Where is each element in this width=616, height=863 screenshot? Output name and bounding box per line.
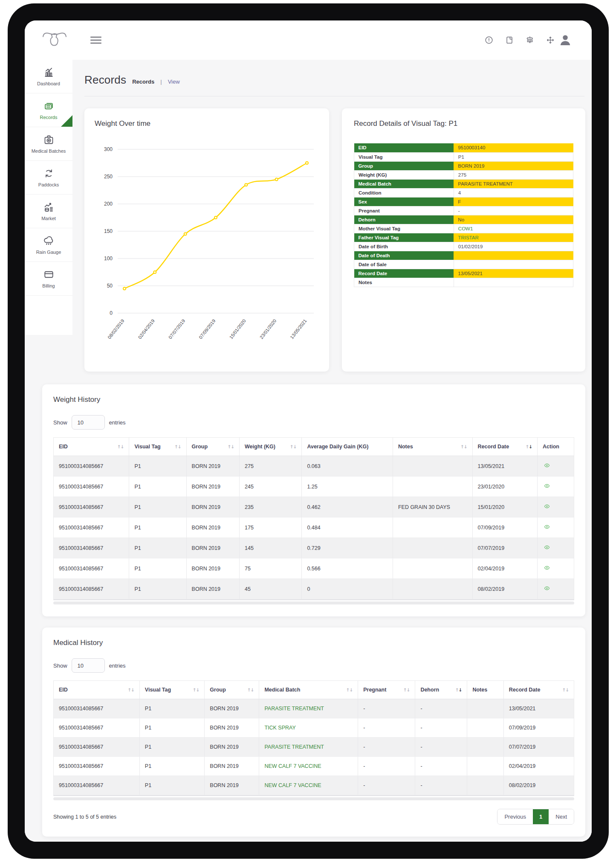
sidebar-item-paddocks[interactable]: Paddocks bbox=[25, 161, 72, 195]
column-header-visual-tag[interactable]: Visual Tag↑↓ bbox=[139, 681, 205, 699]
page-number-button[interactable]: 1 bbox=[533, 809, 549, 824]
medical-kit-icon bbox=[43, 134, 55, 145]
column-header-pregnant[interactable]: Pregnant↑↓ bbox=[358, 681, 415, 699]
previous-page-button[interactable]: Previous bbox=[497, 809, 533, 824]
eye-icon[interactable] bbox=[543, 483, 551, 489]
entries-summary: Showing 1 to 5 of 5 entries bbox=[53, 814, 116, 820]
eye-icon[interactable] bbox=[543, 565, 551, 571]
data-point-marker[interactable] bbox=[245, 183, 247, 186]
detail-label: Record Date bbox=[354, 269, 454, 278]
sidebar-item-dashboard[interactable]: Dashboard bbox=[25, 60, 72, 93]
medical-batch-link[interactable]: TICK SPRAY bbox=[264, 725, 295, 731]
sidebar-item-rain-gauge[interactable]: Rain Gauge bbox=[25, 228, 72, 262]
notebook-icon[interactable] bbox=[505, 35, 514, 45]
cell-record-date: 08/02/2019 bbox=[503, 776, 574, 795]
sort-arrows-icon: ↑↓ bbox=[174, 444, 181, 449]
medical-batch-link[interactable]: NEW CALF 7 VACCINE bbox=[264, 782, 321, 788]
cell-pregnant: - bbox=[358, 718, 415, 738]
eye-icon[interactable] bbox=[543, 585, 551, 591]
column-label: Pregnant bbox=[363, 687, 386, 693]
cell-medical-batch: PARASITE TREATMENT bbox=[259, 738, 358, 757]
column-header-group[interactable]: Group↑↓ bbox=[186, 438, 239, 456]
horizontal-scrollbar[interactable] bbox=[53, 797, 574, 800]
cell-group: BORN 2019 bbox=[186, 579, 239, 599]
market-icon bbox=[43, 201, 55, 213]
hamburger-menu-icon[interactable] bbox=[90, 37, 101, 44]
cell-record-date: 07/07/2019 bbox=[472, 538, 538, 558]
column-header-dehorn[interactable]: Dehorn↑↓ bbox=[415, 681, 467, 699]
column-label: Action bbox=[543, 444, 559, 450]
sort-arrows-icon: ↑↓ bbox=[127, 687, 134, 692]
column-header-group[interactable]: Group↑↓ bbox=[205, 681, 259, 699]
medical-history-card: Medical History Show entries EID↑↓Visual… bbox=[42, 628, 585, 837]
eye-icon[interactable] bbox=[543, 524, 551, 530]
weight-entries-input[interactable] bbox=[72, 415, 105, 430]
sort-arrows-icon: ↑↓ bbox=[460, 444, 467, 449]
detail-value-link[interactable]: TRISTAR bbox=[458, 235, 478, 240]
data-point-marker[interactable] bbox=[184, 232, 187, 235]
sidebar-item-market[interactable]: Market bbox=[25, 195, 72, 228]
cell-group: BORN 2019 bbox=[186, 538, 239, 558]
breadcrumb-view-link[interactable]: View bbox=[168, 78, 180, 85]
detail-value: F bbox=[454, 197, 573, 206]
next-page-button[interactable]: Next bbox=[549, 809, 574, 824]
data-point-marker[interactable] bbox=[306, 162, 308, 164]
user-avatar-icon[interactable] bbox=[558, 33, 572, 47]
detail-row: Notes bbox=[354, 278, 573, 287]
x-tick-label: 07/09/2019 bbox=[198, 318, 216, 340]
weight-history-table: EID↑↓Visual Tag↑↓Group↑↓Weight (KG)↑↓Ave… bbox=[54, 438, 574, 599]
column-header-eid[interactable]: EID↑↓ bbox=[54, 681, 139, 699]
column-header-medical-batch[interactable]: Medical Batch↑↓ bbox=[259, 681, 358, 699]
main-content: Records Records | View Weight Over time … bbox=[72, 60, 592, 842]
data-point-marker[interactable] bbox=[153, 271, 156, 273]
cell-notes bbox=[467, 718, 503, 738]
cell-eid: 951000314085667 bbox=[54, 757, 139, 776]
column-header-eid[interactable]: EID↑↓ bbox=[54, 438, 129, 456]
sidebar-item-records[interactable]: Records bbox=[25, 93, 72, 127]
y-tick-label: 200 bbox=[104, 201, 113, 207]
detail-value-link[interactable]: COW1 bbox=[458, 226, 473, 231]
alert-circle-icon[interactable] bbox=[484, 35, 494, 45]
eye-icon[interactable] bbox=[543, 544, 551, 550]
action-cell bbox=[538, 558, 574, 579]
cell-notes bbox=[393, 538, 472, 558]
medical-entries-input[interactable] bbox=[72, 658, 105, 673]
sort-arrows-icon: ↑↓ bbox=[562, 687, 569, 692]
cell-average-daily-gain-kg-: 1.25 bbox=[302, 477, 393, 497]
column-header-visual-tag[interactable]: Visual Tag↑↓ bbox=[129, 438, 186, 456]
cell-group: BORN 2019 bbox=[205, 699, 259, 718]
show-label: Show bbox=[53, 419, 67, 426]
medical-batch-link[interactable]: PARASITE TREATMENT bbox=[264, 706, 324, 712]
horizontal-scrollbar[interactable] bbox=[53, 601, 574, 604]
cell-eid: 951000314085667 bbox=[54, 477, 129, 497]
breadcrumb-current: Records bbox=[132, 78, 154, 85]
data-point-marker[interactable] bbox=[214, 216, 217, 219]
detail-value: 13/05/2021 bbox=[454, 269, 573, 278]
cell-notes bbox=[393, 517, 472, 538]
data-point-marker[interactable] bbox=[275, 178, 278, 180]
sort-arrows-icon: ↑↓ bbox=[227, 444, 234, 449]
column-header-record-date[interactable]: Record Date↑↓ bbox=[472, 438, 538, 456]
cell-average-daily-gain-kg-: 0.484 bbox=[302, 517, 393, 538]
detail-value: 9510003140 bbox=[454, 143, 573, 152]
medical-batch-link[interactable]: NEW CALF 7 VACCINE bbox=[264, 763, 321, 769]
gear-icon[interactable] bbox=[525, 35, 535, 45]
eye-icon[interactable] bbox=[543, 462, 551, 468]
column-header-record-date[interactable]: Record Date↑↓ bbox=[503, 681, 574, 699]
column-header-weight-kg-[interactable]: Weight (KG)↑↓ bbox=[240, 438, 302, 456]
move-icon[interactable] bbox=[546, 35, 555, 45]
column-header-notes[interactable]: Notes↑↓ bbox=[393, 438, 472, 456]
data-point-marker[interactable] bbox=[123, 287, 126, 290]
detail-row: Record Date13/05/2021 bbox=[354, 269, 573, 278]
medical-batch-link[interactable]: PARASITE TREATMENT bbox=[264, 744, 324, 750]
x-tick-label: 15/01/2020 bbox=[228, 318, 247, 340]
column-header-action: Action bbox=[538, 438, 574, 456]
sidebar-item-medical-batches[interactable]: Medical Batches bbox=[25, 127, 72, 161]
eye-icon[interactable] bbox=[543, 503, 551, 509]
x-tick-label: 02/04/2019 bbox=[137, 318, 156, 340]
cell-group: BORN 2019 bbox=[205, 718, 259, 738]
cell-eid: 951000314085667 bbox=[54, 738, 139, 757]
sidebar-item-billing[interactable]: Billing bbox=[25, 262, 72, 296]
column-label: Group bbox=[192, 444, 208, 450]
cell-average-daily-gain-kg-: 0.063 bbox=[302, 456, 393, 477]
